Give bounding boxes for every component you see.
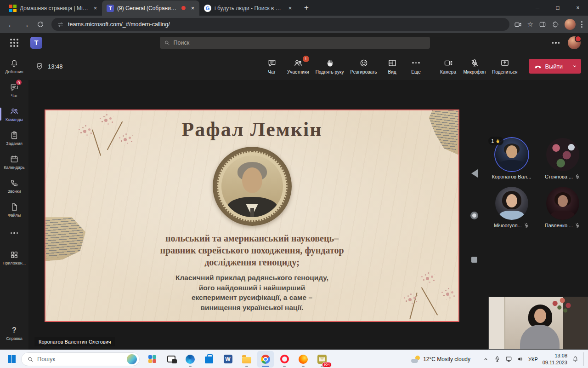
site-settings-icon[interactable] bbox=[57, 21, 64, 28]
file-explorer-button[interactable] bbox=[238, 351, 255, 368]
participant-tile[interactable]: Стоянова ... bbox=[538, 138, 587, 179]
tab-title: і будуть люди - Поиск в Googl bbox=[215, 5, 283, 12]
forward-icon[interactable]: → bbox=[19, 18, 32, 31]
task-view-button[interactable] bbox=[163, 351, 180, 368]
sidebar-item-apps[interactable]: Приложен... bbox=[0, 246, 28, 270]
window-controls: ─ □ × bbox=[527, 0, 588, 15]
taskbar-search-input[interactable] bbox=[37, 356, 123, 362]
hidden-icons-chevron-icon[interactable] bbox=[482, 356, 489, 362]
tab-teams-meeting[interactable]: (9) General (Собрание) | M × bbox=[102, 0, 199, 16]
participant-name: Мічоогулл... bbox=[494, 223, 522, 228]
weather-widget[interactable]: 12°C Mostly cloudy bbox=[411, 356, 470, 363]
teams-search-input[interactable] bbox=[174, 40, 426, 46]
sidebar-item-label: Задания bbox=[6, 141, 23, 146]
leave-options-chevron[interactable] bbox=[568, 63, 581, 69]
opera-icon bbox=[280, 355, 289, 363]
participant-name: Павленко ... bbox=[545, 223, 573, 228]
store-button[interactable] bbox=[201, 351, 217, 368]
side-panel-icon[interactable] bbox=[539, 21, 546, 28]
share-button[interactable]: Поделиться bbox=[489, 56, 520, 77]
meeting-buttons: Чат 1 Участники Поднять руку Реагировать bbox=[260, 56, 428, 77]
minimize-button[interactable]: ─ bbox=[527, 0, 548, 15]
url-omnibox[interactable]: teams.microsoft.com/_#/modern-calling/ bbox=[51, 18, 509, 31]
desktop-screen: Домашняя страница | Microsof × (9) Gener… bbox=[0, 0, 588, 368]
sidebar-item-calendar[interactable]: Календарь bbox=[0, 150, 28, 174]
slide-nav-dot-icon[interactable] bbox=[470, 212, 478, 219]
extensions-puzzle-icon[interactable] bbox=[552, 21, 559, 28]
sidebar-item-more[interactable] bbox=[0, 222, 28, 246]
bookmark-star-icon[interactable]: ☆ bbox=[527, 20, 533, 29]
share-screen-icon bbox=[500, 58, 509, 68]
new-tab-button[interactable]: + bbox=[300, 2, 312, 14]
more-actions-button[interactable]: Еще bbox=[405, 56, 428, 77]
sidebar-item-teams[interactable]: Команды bbox=[0, 102, 28, 126]
participant-avatar bbox=[546, 187, 579, 220]
edge-button[interactable] bbox=[182, 351, 198, 368]
notifications-bell-icon[interactable] bbox=[572, 356, 579, 362]
taskbar-clock[interactable]: 13:08 09.11.2023 bbox=[543, 352, 567, 366]
language-indicator[interactable]: УКР bbox=[528, 356, 538, 362]
sidebar-item-help[interactable]: ? Справка bbox=[0, 321, 28, 345]
participant-name: Коропатов Вал... bbox=[492, 174, 531, 179]
browser-menu-icon[interactable] bbox=[581, 21, 582, 28]
leave-button[interactable]: Выйти bbox=[529, 62, 568, 70]
widgets-button[interactable] bbox=[144, 351, 161, 368]
mail-unread-badge: 904 bbox=[322, 362, 332, 368]
maximize-button[interactable]: □ bbox=[548, 0, 568, 15]
show-desktop-strip[interactable] bbox=[583, 352, 585, 366]
volume-icon[interactable] bbox=[517, 356, 524, 362]
back-icon[interactable]: ← bbox=[5, 18, 17, 31]
presenter-video-tile[interactable] bbox=[488, 297, 588, 350]
sidebar-item-label: Действия bbox=[5, 69, 23, 74]
firefox-icon bbox=[299, 355, 308, 364]
weather-icon bbox=[411, 356, 420, 363]
tab-camera-icon[interactable] bbox=[514, 21, 522, 29]
firefox-button[interactable] bbox=[295, 351, 311, 368]
sidebar-item-assignments[interactable]: Задания bbox=[0, 126, 28, 150]
edge-icon bbox=[186, 355, 195, 364]
sidebar-item-activity[interactable]: Действия bbox=[0, 54, 28, 78]
tab-close-icon[interactable]: × bbox=[189, 4, 197, 12]
opera-button[interactable] bbox=[276, 351, 293, 368]
participant-tile[interactable]: 1 Коропатов Вал... bbox=[487, 138, 536, 179]
tab-google-search[interactable]: і будуть люди - Поиск в Googl × bbox=[199, 0, 297, 16]
meeting-chat-button[interactable]: Чат bbox=[260, 56, 283, 77]
clock-date: 09.11.2023 bbox=[543, 359, 567, 366]
tray-m ic-icon[interactable] bbox=[494, 356, 501, 362]
slide-stop-square-icon[interactable] bbox=[471, 257, 477, 263]
close-button[interactable]: × bbox=[568, 0, 588, 15]
decor bbox=[499, 160, 525, 171]
tab-close-icon[interactable]: × bbox=[91, 4, 99, 12]
microphone-button[interactable]: Микрофон bbox=[461, 56, 489, 77]
tab-close-icon[interactable]: × bbox=[286, 4, 294, 12]
view-button[interactable]: Вид bbox=[381, 56, 404, 77]
react-button[interactable]: Реагировать bbox=[347, 56, 379, 77]
participant-tile[interactable]: Павленко ... bbox=[538, 187, 587, 228]
meeting-participants-button[interactable]: 1 Участники bbox=[284, 56, 312, 77]
teams-search-box[interactable] bbox=[160, 37, 430, 49]
app-launcher-waffle-icon[interactable] bbox=[10, 39, 18, 47]
display-icon[interactable] bbox=[505, 356, 512, 362]
word-button[interactable] bbox=[220, 351, 236, 368]
refresh-icon[interactable] bbox=[34, 18, 47, 31]
sidebar-item-chat[interactable]: 9 Чат bbox=[0, 78, 28, 102]
teams-profile-avatar[interactable] bbox=[568, 36, 581, 49]
mail-button[interactable]: 904 bbox=[314, 351, 330, 368]
teams-favicon bbox=[107, 5, 114, 12]
button-label: Камера bbox=[440, 69, 456, 75]
chrome-button[interactable] bbox=[257, 351, 274, 368]
raise-hand-button[interactable]: Поднять руку bbox=[313, 56, 347, 77]
camera-button[interactable]: Камера bbox=[437, 56, 460, 77]
taskbar-search-box[interactable] bbox=[21, 352, 140, 366]
search-highlight-icon[interactable] bbox=[127, 354, 137, 364]
mic-muted-icon bbox=[575, 223, 580, 228]
tab-home[interactable]: Домашняя страница | Microsof × bbox=[5, 0, 102, 16]
browser-profile-avatar[interactable] bbox=[565, 19, 576, 30]
sidebar-item-files[interactable]: Файлы bbox=[0, 198, 28, 222]
sidebar-item-calls[interactable]: Звонки bbox=[0, 174, 28, 198]
slide-text-line: винищення української нації. bbox=[45, 303, 458, 313]
slide-previous-arrow-icon[interactable] bbox=[471, 169, 478, 178]
participant-tile[interactable]: Мічоогулл... bbox=[487, 187, 536, 228]
start-button[interactable] bbox=[4, 351, 19, 367]
teams-more-options-icon[interactable] bbox=[552, 42, 560, 44]
